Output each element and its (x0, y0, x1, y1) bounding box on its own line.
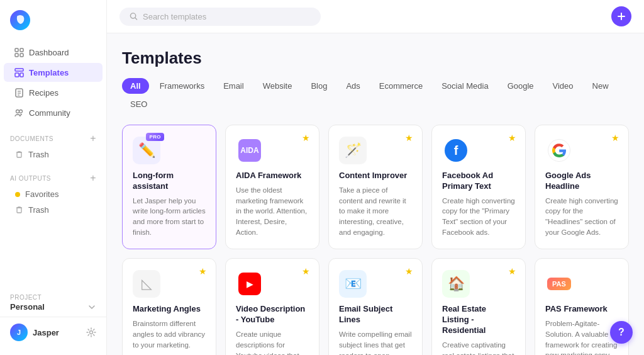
svg-rect-5 (15, 69, 23, 71)
card-title-google: Google Ads Headline (545, 171, 618, 192)
star-icon-aida[interactable]: ★ (302, 133, 310, 143)
sidebar-item-templates[interactable]: Templates (4, 63, 103, 82)
star-icon-email[interactable]: ★ (405, 266, 413, 276)
star-icon-real-estate[interactable]: ★ (508, 266, 516, 276)
tab-frameworks[interactable]: Frameworks (152, 78, 213, 94)
user-name: Jasper (33, 328, 59, 337)
card-icon-facebook: f (442, 137, 470, 164)
svg-rect-3 (15, 54, 18, 57)
search-input[interactable] (143, 12, 311, 21)
facebook-logo: f (445, 139, 467, 162)
card-real-estate[interactable]: ★ 🏠 Real Estate Listing - Residential Cr… (431, 258, 526, 355)
card-title-facebook: Facebook Ad Primary Text (442, 171, 515, 192)
sidebar-item-community[interactable]: Community (4, 103, 103, 122)
card-google-ads[interactable]: ★ Google Ads Headline Create high conver… (535, 125, 629, 249)
tab-website[interactable]: Website (255, 78, 301, 94)
svg-rect-4 (20, 54, 23, 57)
star-icon-video[interactable]: ★ (302, 266, 310, 276)
trash-ai-icon (15, 206, 23, 214)
tab-email[interactable]: Email (215, 78, 252, 94)
sidebar-item-templates-label: Templates (29, 68, 69, 77)
templates-grid: ✏️ PRO Long-form assistant Let Jasper he… (122, 125, 629, 355)
card-video-desc[interactable]: ★ ▶ Video Description - YouTube Create u… (225, 258, 319, 355)
user-info[interactable]: J Jasper (10, 324, 59, 341)
card-facebook-ad[interactable]: ★ f Facebook Ad Primary Text Create high… (431, 125, 526, 249)
svg-rect-15 (17, 208, 21, 213)
sidebar-item-community-label: Community (29, 108, 70, 118)
tab-blog[interactable]: Blog (303, 78, 335, 94)
avatar: J (10, 324, 28, 341)
page-title: Templates (122, 48, 629, 68)
sidebar-item-dashboard-label: Dashboard (29, 48, 69, 57)
search-icon (130, 12, 138, 21)
card-desc-pas: Problem-Agitate-Solution. A valuable fra… (545, 318, 618, 355)
star-icon-marketing[interactable]: ★ (199, 266, 207, 276)
dashboard-icon (14, 47, 24, 57)
card-icon-video: ▶ (236, 270, 264, 298)
card-title-marketing: Marketing Angles (133, 304, 206, 315)
card-marketing-angles[interactable]: ★ ◺ Marketing Angles Brainstorm differen… (122, 258, 216, 355)
topbar-right (611, 6, 631, 26)
svg-rect-2 (20, 48, 23, 52)
plus-icon (617, 12, 626, 21)
svg-rect-14 (17, 152, 21, 157)
youtube-logo: ▶ (238, 273, 261, 295)
search-bar[interactable] (119, 8, 321, 26)
add-template-button[interactable] (611, 6, 631, 26)
star-icon-content-improver[interactable]: ★ (405, 133, 413, 143)
card-desc-long-form: Let Jasper help you write long-form arti… (133, 196, 206, 238)
content-area: Templates All Frameworks Email Website B… (107, 33, 644, 355)
card-email-subject[interactable]: ★ 📧 Email Subject Lines Write compelling… (328, 258, 423, 355)
sidebar-item-recipes-label: Recipes (29, 88, 58, 98)
card-icon-long-form: ✏️ PRO (133, 137, 160, 164)
topbar (107, 0, 644, 33)
favorites-dot (15, 192, 20, 197)
tab-ecommerce[interactable]: Ecommerce (371, 78, 431, 94)
sidebar-item-trash-ai[interactable]: Trash (0, 202, 106, 218)
card-aida[interactable]: ★ AIDA AIDA Framework Use the oldest mar… (225, 125, 319, 249)
documents-section: Documents + (0, 128, 106, 147)
card-content-improver[interactable]: ★ 🪄 Content Improver Take a piece of con… (328, 125, 423, 249)
tab-social-media[interactable]: Social Media (433, 78, 496, 94)
add-document-button[interactable]: + (90, 133, 96, 144)
card-icon-real-estate: 🏠 (442, 270, 470, 298)
svg-point-13 (19, 110, 22, 113)
gear-icon[interactable] (86, 327, 96, 337)
card-title-content-improver: Content Improver (339, 171, 412, 181)
sidebar-item-recipes[interactable]: Recipes (4, 83, 103, 102)
help-button[interactable]: ? (610, 321, 633, 344)
recipes-icon (14, 87, 24, 98)
card-desc-aida: Use the oldest marketing framework in th… (236, 185, 309, 237)
star-icon-facebook[interactable]: ★ (508, 133, 516, 143)
sidebar-item-trash-docs[interactable]: Trash (0, 147, 106, 162)
sidebar-item-dashboard[interactable]: Dashboard (4, 43, 103, 62)
google-logo (548, 139, 570, 162)
pro-badge: PRO (146, 133, 164, 141)
sidebar-item-favorites-label: Favorites (25, 189, 58, 199)
card-desc-google: Create high converting copy for the "Hea… (545, 196, 618, 238)
sidebar: Dashboard Templates Recipes Community Do… (0, 0, 107, 355)
star-icon-google[interactable]: ★ (611, 133, 619, 143)
card-icon-email: 📧 (339, 270, 367, 298)
add-ai-output-button[interactable]: + (90, 172, 96, 184)
card-title-aida: AIDA Framework (236, 171, 309, 181)
card-desc-email: Write compelling email subject lines tha… (339, 329, 412, 355)
card-title-email: Email Subject Lines (339, 304, 412, 325)
sidebar-item-favorites[interactable]: Favorites (0, 186, 106, 202)
tab-ads[interactable]: Ads (338, 78, 368, 94)
chevron-down-icon (87, 303, 96, 312)
card-desc-content-improver: Take a piece of content and rewrite it t… (339, 185, 412, 237)
sidebar-bottom: J Jasper (0, 317, 106, 347)
card-title-long-form: Long-form assistant (133, 171, 206, 192)
tab-all[interactable]: All (122, 78, 149, 94)
tab-video[interactable]: Video (545, 78, 582, 94)
card-icon-marketing: ◺ (133, 270, 160, 298)
tab-new[interactable]: New (584, 78, 617, 94)
card-long-form[interactable]: ✏️ PRO Long-form assistant Let Jasper he… (122, 125, 216, 249)
card-title-real-estate: Real Estate Listing - Residential (442, 304, 515, 336)
tab-seo[interactable]: SEO (122, 96, 155, 112)
svg-point-16 (90, 331, 93, 334)
card-icon-google (545, 137, 573, 164)
tab-google[interactable]: Google (499, 78, 542, 94)
aida-badge: AIDA (238, 139, 261, 162)
